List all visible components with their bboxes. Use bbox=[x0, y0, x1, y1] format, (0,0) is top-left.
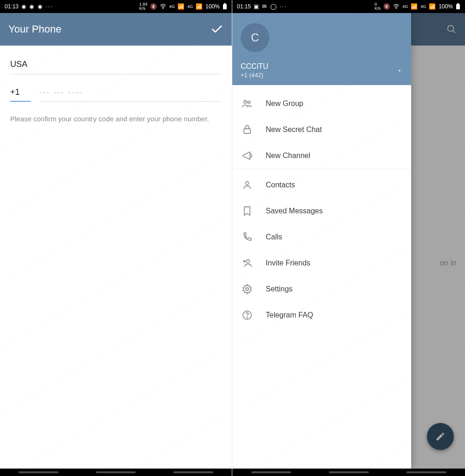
menu-item-calls[interactable]: Calls bbox=[232, 224, 411, 250]
menu-item-label: Settings bbox=[266, 285, 293, 293]
mute-icon: 🔇 bbox=[150, 3, 157, 10]
left-screenshot: 01:13 ◉ ◉ ◉ ··· 1.93 K/s 🔇 4G 📶 4G 📶 100… bbox=[0, 0, 232, 476]
svg-point-3 bbox=[396, 8, 397, 9]
megaphone-icon bbox=[242, 150, 253, 161]
svg-point-12 bbox=[247, 260, 250, 263]
status-net-1: 4G bbox=[402, 4, 408, 9]
confirm-icon[interactable] bbox=[210, 23, 223, 36]
status-app-icons: ▣ ✉ ◯ ··· bbox=[254, 3, 287, 10]
status-time: 01:13 bbox=[5, 3, 19, 10]
menu-item-settings[interactable]: Settings bbox=[232, 276, 411, 302]
svg-point-11 bbox=[246, 182, 249, 185]
menu-item-invite[interactable]: Invite Friends bbox=[232, 250, 411, 276]
menu-item-label: Telegram FAQ bbox=[266, 311, 313, 319]
android-nav bbox=[232, 469, 465, 476]
phone-row: +1 --- --- ---- bbox=[10, 87, 222, 102]
nav-drawer: C CCCiTU +1 (442) New GroupNew Secret Ch… bbox=[232, 13, 411, 469]
chevron-down-icon bbox=[396, 67, 403, 74]
status-kbps-unit: K/s bbox=[374, 6, 380, 11]
avatar-initial: C bbox=[251, 31, 259, 44]
status-net-2: 4G bbox=[187, 4, 193, 9]
right-screenshot: 01:15 ▣ ✉ ◯ ··· 0 K/s 🔇 4G 📶 4G 📶 100% o… bbox=[232, 0, 465, 476]
status-battery: 100% bbox=[439, 3, 453, 10]
status-kbps-unit: K/s bbox=[139, 6, 145, 11]
menu-item-new-secret[interactable]: New Secret Chat bbox=[232, 117, 411, 143]
question-circle-icon bbox=[242, 310, 253, 321]
svg-rect-2 bbox=[224, 3, 226, 4]
battery-icon bbox=[223, 3, 227, 10]
bookmark-icon bbox=[242, 205, 253, 217]
menu-item-contacts[interactable]: Contacts bbox=[232, 172, 411, 198]
page-title: Your Phone bbox=[8, 23, 61, 35]
account-phone: +1 (442) bbox=[241, 72, 269, 79]
svg-point-15 bbox=[247, 317, 248, 318]
menu-item-new-channel[interactable]: New Channel bbox=[232, 143, 411, 169]
status-bar: 01:13 ◉ ◉ ◉ ··· 1.93 K/s 🔇 4G 📶 4G 📶 100… bbox=[0, 0, 232, 13]
svg-rect-1 bbox=[223, 4, 227, 9]
svg-point-13 bbox=[246, 288, 249, 291]
nav-pill[interactable] bbox=[19, 471, 59, 473]
appbar: Your Phone bbox=[0, 13, 232, 46]
avatar[interactable]: C bbox=[241, 23, 269, 52]
svg-point-0 bbox=[163, 8, 164, 9]
svg-rect-5 bbox=[457, 3, 459, 4]
wifi-icon bbox=[393, 3, 400, 10]
mute-icon: 🔇 bbox=[383, 3, 390, 10]
status-bar: 01:15 ▣ ✉ ◯ ··· 0 K/s 🔇 4G 📶 4G 📶 100% bbox=[232, 0, 465, 13]
login-form: USA +1 --- --- ---- Please confirm your … bbox=[0, 46, 232, 124]
menu-item-label: New Group bbox=[266, 99, 303, 108]
menu-item-label: New Channel bbox=[266, 152, 310, 160]
status-net-2: 4G bbox=[420, 4, 426, 9]
nav-pill[interactable] bbox=[329, 471, 369, 473]
nav-pill[interactable] bbox=[406, 471, 446, 473]
country-field[interactable]: USA bbox=[10, 58, 222, 74]
nav-pill[interactable] bbox=[96, 471, 136, 473]
status-time: 01:15 bbox=[237, 3, 251, 10]
drawer-section: New GroupNew Secret ChatNew Channel bbox=[232, 88, 411, 169]
svg-point-8 bbox=[244, 100, 247, 103]
signal-icon-1: 📶 bbox=[177, 3, 184, 10]
status-battery: 100% bbox=[205, 3, 220, 10]
nav-pill[interactable] bbox=[251, 471, 291, 473]
phone-icon bbox=[242, 231, 253, 243]
wifi-icon bbox=[160, 3, 166, 10]
dial-code-input[interactable]: +1 bbox=[10, 87, 31, 102]
gear-icon bbox=[242, 284, 253, 295]
menu-item-label: Saved Messages bbox=[266, 207, 323, 215]
status-net-1: 4G bbox=[169, 4, 175, 9]
person-icon bbox=[242, 179, 253, 191]
menu-item-label: Calls bbox=[266, 233, 282, 241]
drawer-menu: New GroupNew Secret ChatNew ChannelConta… bbox=[232, 85, 411, 328]
menu-item-label: Invite Friends bbox=[266, 259, 310, 267]
signal-icon-2: 📶 bbox=[429, 3, 436, 10]
menu-item-new-group[interactable]: New Group bbox=[232, 91, 411, 117]
menu-item-saved[interactable]: Saved Messages bbox=[232, 198, 411, 224]
add-person-icon bbox=[242, 258, 253, 269]
signal-icon-1: 📶 bbox=[411, 3, 418, 10]
lock-icon bbox=[242, 124, 253, 135]
nav-pill[interactable] bbox=[173, 471, 213, 473]
signal-icon-2: 📶 bbox=[196, 3, 203, 10]
battery-icon bbox=[456, 3, 460, 10]
menu-item-label: New Secret Chat bbox=[266, 126, 322, 134]
svg-point-9 bbox=[248, 101, 250, 103]
menu-item-label: Contacts bbox=[266, 181, 295, 189]
account-name: CCCiTU bbox=[241, 62, 269, 71]
group-icon bbox=[242, 98, 253, 109]
android-nav bbox=[0, 469, 232, 476]
menu-item-faq[interactable]: Telegram FAQ bbox=[232, 302, 411, 328]
drawer-header: C CCCiTU +1 (442) bbox=[232, 13, 411, 85]
account-row[interactable]: CCCiTU +1 (442) bbox=[241, 62, 403, 79]
svg-rect-10 bbox=[244, 129, 250, 133]
login-hint: Please confirm your country code and ent… bbox=[10, 114, 222, 124]
drawer-section: ContactsSaved MessagesCallsInvite Friend… bbox=[232, 169, 411, 328]
svg-rect-4 bbox=[456, 4, 460, 9]
phone-number-input[interactable]: --- --- ---- bbox=[39, 88, 222, 102]
status-app-icons: ◉ ◉ ◉ ··· bbox=[21, 3, 53, 10]
